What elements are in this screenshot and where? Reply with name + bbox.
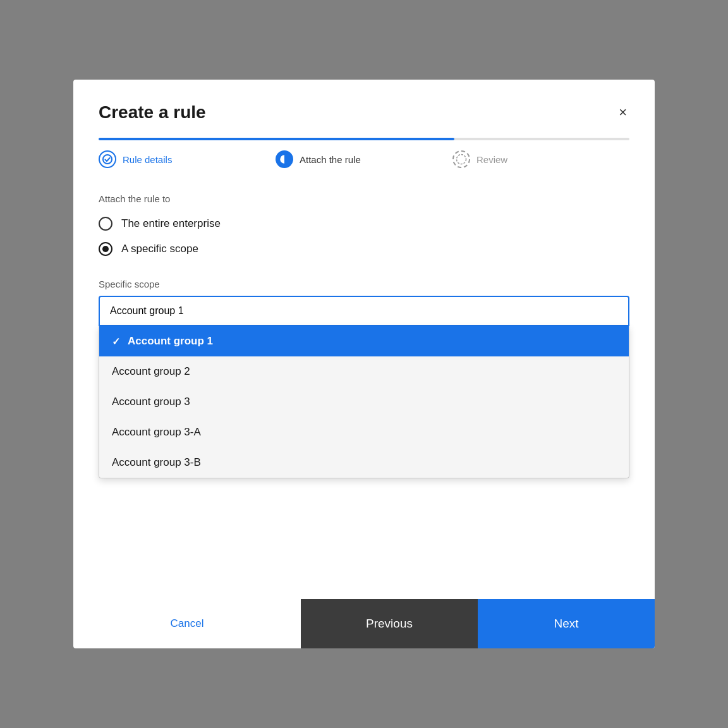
close-button[interactable]: × (616, 103, 629, 122)
radio-entire-enterprise[interactable]: The entire enterprise (99, 217, 629, 231)
radio-dot-scope (102, 246, 109, 252)
close-icon: × (619, 104, 627, 120)
step-label-attach-rule: Attach the rule (300, 154, 361, 165)
scope-select-container: Account group 1 ✓ Account group 1 Accoun… (99, 296, 629, 478)
step-rule-details: Rule details (99, 150, 276, 168)
radio-label-enterprise: The entire enterprise (121, 217, 221, 230)
dropdown-item-ag3b[interactable]: Account group 3-B (99, 447, 629, 478)
dropdown-label-ag3a: Account group 3-A (112, 426, 201, 439)
scope-select-box[interactable]: Account group 1 (99, 296, 629, 326)
modal-header: Create a rule × (73, 80, 655, 138)
step-label-rule-details: Rule details (123, 154, 172, 165)
dropdown-label-ag3: Account group 3 (112, 396, 190, 408)
step-icon-rule-details (99, 150, 116, 168)
cancel-button[interactable]: Cancel (73, 605, 301, 643)
step-label-review: Review (476, 154, 507, 165)
step-review: Review (452, 150, 629, 168)
dropdown-item-ag2[interactable]: Account group 2 (99, 356, 629, 387)
attach-to-label: Attach the rule to (99, 193, 629, 204)
modal-content: Attach the rule to The entire enterprise… (73, 168, 655, 574)
dropdown-label-ag2: Account group 2 (112, 365, 190, 378)
dropdown-item-ag3[interactable]: Account group 3 (99, 387, 629, 417)
radio-group: The entire enterprise A specific scope (99, 217, 629, 256)
steps-row: Rule details Attach the rule Review (73, 140, 655, 168)
checkmark-icon (102, 154, 112, 164)
step-icon-review (452, 150, 470, 168)
next-button[interactable]: Next (478, 599, 655, 648)
modal-title: Create a rule (99, 102, 206, 123)
scope-section-label: Specific scope (99, 279, 629, 289)
radio-specific-scope[interactable]: A specific scope (99, 242, 629, 256)
create-rule-modal: Create a rule × Rule details (73, 80, 655, 648)
svg-point-2 (457, 155, 466, 164)
dropdown-item-ag1[interactable]: ✓ Account group 1 (99, 326, 629, 356)
radio-circle-enterprise (99, 217, 112, 231)
progress-bar-container (73, 138, 655, 140)
previous-button[interactable]: Previous (301, 599, 478, 648)
scope-selected-value: Account group 1 (110, 305, 184, 317)
dashed-circle-icon (456, 154, 467, 165)
modal-footer: Cancel Previous Next (73, 599, 655, 648)
step-icon-attach-rule (276, 150, 293, 168)
dropdown-list: ✓ Account group 1 Account group 2 Accoun… (99, 326, 629, 478)
radio-label-scope: A specific scope (121, 243, 198, 255)
svg-point-0 (103, 155, 112, 164)
dropdown-label-ag3b: Account group 3-B (112, 456, 201, 469)
checkmark-ag1: ✓ (112, 336, 120, 348)
progress-fill (99, 138, 454, 140)
dropdown-item-ag3a[interactable]: Account group 3-A (99, 417, 629, 447)
radio-circle-scope (99, 242, 112, 256)
step-attach-rule: Attach the rule (276, 150, 452, 168)
dropdown-label-ag1: Account group 1 (128, 335, 213, 348)
progress-track (99, 138, 629, 140)
half-circle-icon (279, 154, 290, 165)
